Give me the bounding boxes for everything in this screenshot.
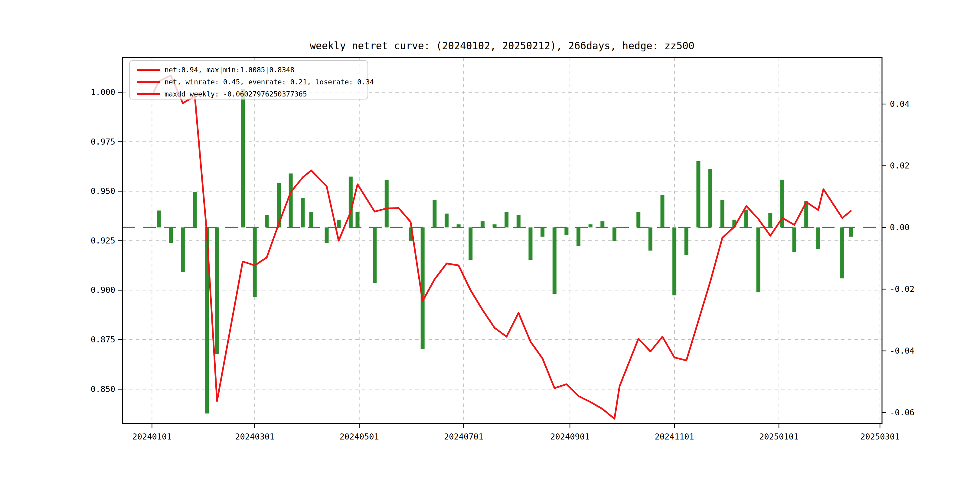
weekly-return-bar — [385, 180, 389, 228]
weekly-return-bar — [157, 210, 161, 228]
weekly-return-bar — [708, 169, 712, 228]
legend: net:0.94, max|min:1.0085|0.8348 net, win… — [129, 60, 374, 99]
left-tick-label: 0.950 — [91, 186, 115, 196]
weekly-return-bar — [469, 228, 473, 260]
weekly-return-bar — [589, 224, 593, 228]
right-tick-label: -0.04 — [890, 346, 914, 355]
weekly-return-bar — [517, 215, 520, 228]
chart-title: weekly netret curve: (20240102, 20250212… — [310, 40, 694, 52]
weekly-return-bar — [181, 228, 185, 272]
right-tick-label: -0.06 — [890, 408, 914, 417]
weekly-return-bar — [457, 224, 461, 228]
x-tick-label: 20240901 — [550, 432, 590, 441]
weekly-return-bar — [337, 220, 340, 228]
weekly-return-bars — [157, 89, 853, 414]
weekly-return-bar — [253, 228, 257, 297]
net-curve-line — [154, 75, 851, 418]
weekly-return-bar — [192, 192, 197, 228]
left-tick-label: 0.975 — [91, 137, 115, 146]
legend-label-maxdd: maxdd_weekly: -0.06027976250377365 — [165, 90, 307, 98]
weekly-return-bar — [215, 228, 219, 354]
weekly-return-bar — [504, 212, 508, 228]
weekly-return-bar — [541, 228, 544, 237]
weekly-return-bar — [373, 228, 377, 283]
weekly-return-bar — [660, 195, 664, 228]
weekly-return-bar — [756, 228, 760, 292]
weekly-return-bar — [309, 212, 313, 228]
left-tick-label: 0.900 — [91, 285, 115, 294]
weekly-return-bar — [289, 173, 293, 228]
weekly-return-bar — [792, 228, 796, 252]
weekly-return-bar — [649, 228, 652, 250]
left-tick-label: 0.875 — [91, 335, 115, 344]
weekly-return-bar — [745, 210, 748, 228]
x-tick-label: 20241101 — [655, 432, 694, 441]
x-tick-label: 20240501 — [340, 432, 379, 441]
axes-spines-ticks: 1.0000.9750.9500.9250.9000.8750.8500.040… — [91, 57, 915, 441]
x-tick-label: 20240101 — [132, 432, 172, 441]
weekly-return-bar — [849, 228, 853, 237]
weekly-return-bar — [576, 228, 581, 246]
weekly-return-bar — [241, 89, 245, 228]
legend-label-net: net:0.94, max|min:1.0085|0.8348 — [165, 66, 294, 74]
weekly-return-bar — [433, 200, 436, 228]
weekly-return-bar — [696, 161, 700, 228]
weekly-return-bar — [349, 177, 353, 228]
weekly-return-bar — [480, 221, 485, 228]
weekly-return-bar — [325, 228, 329, 243]
weekly-return-bar — [816, 228, 820, 249]
weekly-return-bar — [301, 198, 305, 228]
weekly-return-bar — [600, 221, 605, 228]
weekly-return-bar — [493, 224, 496, 228]
right-tick-label: -0.02 — [890, 284, 914, 294]
weekly-return-bar — [636, 212, 640, 228]
weekly-return-bar — [553, 228, 557, 294]
left-tick-label: 0.850 — [91, 385, 115, 394]
x-tick-label: 20250101 — [759, 432, 799, 441]
weekly-return-bar — [672, 228, 676, 295]
x-tick-label: 20250301 — [860, 432, 900, 441]
weekly-return-bar — [684, 228, 689, 255]
right-tick-label: 0.00 — [890, 223, 910, 232]
right-tick-label: 0.04 — [890, 99, 910, 108]
weekly-return-bar — [445, 213, 449, 228]
weekly-return-bar — [721, 200, 724, 228]
legend-label-winrate: net, winrate: 0.45, evenrate: 0.21, lose… — [165, 78, 374, 86]
weekly-return-bar — [169, 228, 173, 243]
weekly-return-bar — [840, 228, 844, 278]
weekly-return-bar — [355, 212, 360, 228]
x-tick-label: 20240301 — [235, 432, 274, 441]
net-curve — [154, 75, 851, 418]
weekly-return-bar — [528, 228, 532, 260]
figure-canvas: 1.0000.9750.9500.9250.9000.8750.8500.040… — [0, 0, 980, 490]
left-tick-label: 0.925 — [91, 236, 115, 245]
x-tick-label: 20240701 — [444, 432, 484, 441]
weekly-return-bar — [565, 228, 568, 235]
weekly-return-bar — [768, 213, 772, 228]
weekly-return-bar — [265, 215, 269, 228]
right-tick-label: 0.02 — [890, 161, 910, 170]
left-tick-label: 1.000 — [91, 88, 115, 97]
netret-chart: 1.0000.9750.9500.9250.9000.8750.8500.040… — [0, 0, 980, 490]
gridlines — [123, 57, 882, 423]
weekly-return-bar — [612, 228, 616, 241]
